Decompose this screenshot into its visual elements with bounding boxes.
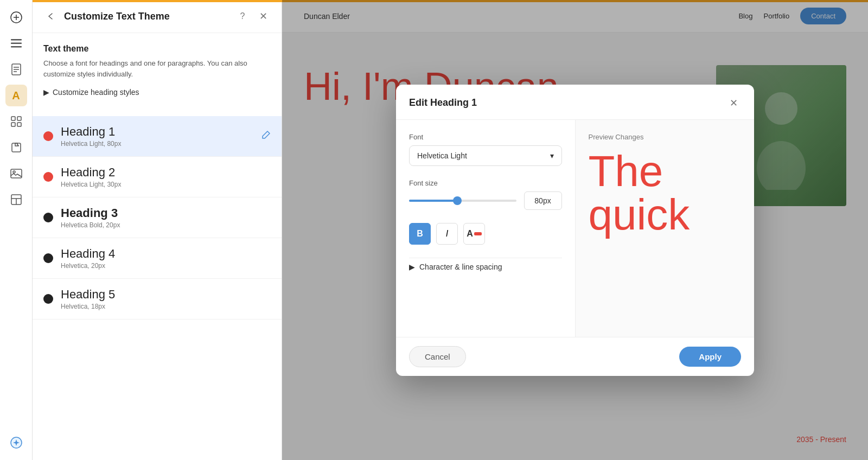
heading-item-2[interactable]: Heading 2 Helvetica Light, 30px [33,157,282,197]
heading-name-4: Heading 4 [61,247,271,261]
preview-text-line2: quick [589,193,742,237]
side-panel-header: Customize Text Theme ? ✕ [33,0,282,33]
font-size-slider-container [409,195,516,206]
heading-info-4: Heading 4 Helvetica, 20px [61,247,271,270]
sparkle-icon[interactable] [5,432,27,453]
preview-text-line1: The [589,150,742,193]
puzzle-icon[interactable] [5,137,27,158]
modal-title: Edit Heading 1 [409,97,477,108]
svg-point-16 [13,171,15,173]
heading-name-1: Heading 1 [61,125,253,139]
font-size-value: 80 [534,196,543,205]
close-panel-button[interactable]: ✕ [256,9,271,24]
help-button[interactable]: ? [235,9,250,24]
heading-info-5: Heading 5 Helvetica, 18px [61,288,271,310]
layout-icon[interactable] [5,189,27,210]
heading-dot-4 [43,253,53,263]
modal-header: Edit Heading 1 ✕ [396,85,754,120]
modal-overlay: Edit Heading 1 ✕ Font Helvetica Light ▾ … [282,0,868,460]
preview-label: Preview Changes [589,133,742,141]
italic-button[interactable]: I [436,223,458,245]
bold-icon: B [417,229,423,239]
italic-icon: I [446,229,448,239]
heading-name-3: Heading 3 [61,206,271,220]
toggle-arrow: ▶ [43,88,49,97]
font-size-input[interactable]: 80px [524,191,562,210]
slider-fill [409,200,457,202]
toggle-label: Customize heading styles [53,88,139,97]
heading-info-2: Heading 2 Helvetica Light, 30px [61,165,271,188]
svg-rect-4 [11,43,22,44]
heading-info-3: Heading 3 Helvetica Bold, 20px [61,206,271,229]
heading-info-1: Heading 1 Helvetica Light, 80px [61,125,253,148]
edit-heading-modal: Edit Heading 1 ✕ Font Helvetica Light ▾ … [396,85,754,376]
font-size-label: Font size [409,179,562,187]
heading-edit-icon-1[interactable] [261,130,271,142]
heading-sub-1: Helvetica Light, 80px [61,140,253,148]
color-button[interactable]: A [463,223,485,245]
font-label: Font [409,133,562,141]
menu-icon[interactable] [5,33,27,54]
page-icon[interactable] [5,59,27,80]
svg-rect-11 [17,117,21,120]
spacing-arrow-icon: ▶ [409,263,415,271]
heading-sub-4: Helvetica, 20px [61,262,271,270]
svg-rect-14 [12,143,21,152]
bold-button[interactable]: B [409,223,431,245]
style-buttons: B I A [409,223,562,245]
cancel-button[interactable]: Cancel [409,346,466,367]
modal-controls: Font Helvetica Light ▾ Font size [396,120,576,337]
modal-body: Font Helvetica Light ▾ Font size [396,120,754,337]
svg-rect-12 [11,123,15,126]
heading-sub-2: Helvetica Light, 30px [61,181,271,188]
modal-footer: Cancel Apply [396,337,754,376]
apply-button[interactable]: Apply [679,347,741,367]
slider-thumb[interactable] [453,196,462,205]
font-select-value: Helvetica Light [417,151,467,160]
side-panel: Customize Text Theme ? ✕ Text theme Choo… [33,0,282,460]
add-icon[interactable] [5,7,27,28]
text-theme-icon[interactable]: A [5,85,27,106]
svg-rect-10 [11,117,15,120]
font-size-row: 80px [409,191,562,210]
customize-heading-toggle[interactable]: ▶ Customize heading styles [43,88,271,97]
main-canvas: Duncan Elder Blog Portfolio Contact Hi, … [282,0,868,460]
heading-item-1[interactable]: Heading 1 Helvetica Light, 80px [33,116,282,157]
text-theme-description: Choose a font for headings and one for p… [43,58,271,79]
slider-track [409,200,516,202]
heading-item-3[interactable]: Heading 3 Helvetica Bold, 20px [33,197,282,238]
character-spacing-toggle[interactable]: ▶ Character & line spacing [409,258,562,271]
image-icon[interactable] [5,163,27,184]
heading-sub-3: Helvetica Bold, 20px [61,221,271,229]
modal-close-button[interactable]: ✕ [726,95,741,111]
color-swatch-icon [474,232,482,235]
side-panel-body: Text theme Choose a font for headings an… [33,33,282,116]
heading-list: Heading 1 Helvetica Light, 80px Heading … [33,116,282,320]
heading-name-5: Heading 5 [61,288,271,302]
modal-preview: Preview Changes The quick [576,120,755,337]
panel-title: Customize Text Theme [64,11,229,22]
svg-rect-3 [11,39,22,41]
chevron-down-icon: ▾ [550,151,554,160]
font-select-dropdown[interactable]: Helvetica Light ▾ [409,145,562,166]
heading-dot-1 [43,131,53,141]
heading-item-5[interactable]: Heading 5 Helvetica, 18px [33,279,282,320]
text-theme-title: Text theme [43,44,271,54]
left-toolbar: A [0,0,33,460]
heading-dot-2 [43,172,53,182]
grid-icon[interactable] [5,111,27,132]
preview-text: The quick [589,150,742,237]
spacing-label: Character & line spacing [419,263,502,271]
font-size-section: Font size 80px [409,179,562,210]
color-text-icon: A [467,229,473,239]
heading-item-4[interactable]: Heading 4 Helvetica, 20px [33,238,282,279]
svg-rect-15 [11,169,22,178]
svg-rect-5 [11,46,22,48]
font-size-unit: px [543,196,551,205]
back-button[interactable] [43,9,59,24]
heading-dot-3 [43,213,53,222]
heading-dot-5 [43,294,53,304]
svg-rect-13 [17,123,21,126]
heading-sub-5: Helvetica, 18px [61,303,271,310]
heading-name-2: Heading 2 [61,165,271,180]
